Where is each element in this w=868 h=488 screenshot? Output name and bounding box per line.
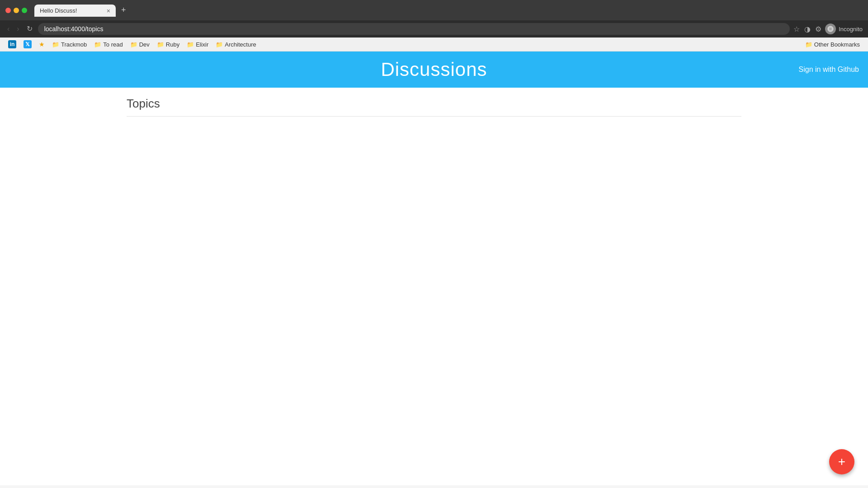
bookmark-dev[interactable]: 📁 Dev [127,40,152,49]
browser-chrome: Hello Discuss! × + ‹ › ↻ ☆ ◑ ⚙ Incognito [0,0,868,52]
maximize-window-button[interactable] [22,8,27,13]
bookmark-elixir[interactable]: 📁 Elixir [184,40,211,49]
star-bookmark-icon: ★ [39,41,45,48]
contrast-icon[interactable]: ◑ [804,25,811,33]
incognito-area[interactable]: Incognito [825,23,863,34]
folder-icon: 📁 [216,41,223,48]
folder-icon: 📁 [187,41,194,48]
bookmark-elixir-label: Elixir [196,41,208,48]
main-content: Topics + [0,88,868,485]
bookmark-architecture-label: Architecture [225,41,256,48]
tab-bar: Hello Discuss! × + [31,4,863,17]
active-tab[interactable]: Hello Discuss! × [34,5,116,17]
folder-icon: 📁 [157,41,164,48]
bookmark-ruby-label: Ruby [166,41,179,48]
title-bar: Hello Discuss! × + [0,0,868,20]
bookmarks-bar: in 𝕏 ★ 📁 Trackmob 📁 To read 📁 Dev 📁 Ruby… [0,38,868,52]
app-title: Discussions [381,59,487,80]
address-bar-row: ‹ › ↻ ☆ ◑ ⚙ Incognito [0,20,868,38]
bookmark-other[interactable]: 📁 Other Bookmarks [802,40,863,49]
bookmark-to-read[interactable]: 📁 To read [91,40,125,49]
twitter-icon: 𝕏 [24,40,32,48]
bookmark-trackmob-label: Trackmob [61,41,87,48]
tab-close-button[interactable]: × [107,8,110,14]
bookmark-architecture[interactable]: 📁 Architecture [213,40,259,49]
bookmark-trackmob[interactable]: 📁 Trackmob [49,40,90,49]
address-bar-icons: ☆ ◑ ⚙ [793,25,821,33]
incognito-label: Incognito [839,26,863,33]
folder-icon: 📁 [130,41,137,48]
bookmark-linkedin[interactable]: in [5,39,19,49]
app-header: Discussions Sign in with Github [0,52,868,88]
topics-section: Topics [118,97,750,117]
folder-icon: 📁 [52,41,59,48]
tab-title: Hello Discuss! [40,7,103,14]
back-button[interactable]: ‹ [5,23,11,34]
settings-icon[interactable]: ⚙ [815,25,821,33]
bookmark-twitter[interactable]: 𝕏 [21,39,34,49]
new-tab-button[interactable]: + [118,4,130,17]
close-window-button[interactable] [5,8,11,13]
bookmark-star-icon[interactable]: ☆ [793,25,800,33]
folder-icon: 📁 [94,41,101,48]
signin-button[interactable]: Sign in with Github [799,66,859,74]
forward-button[interactable]: › [15,23,21,34]
bookmark-ruby[interactable]: 📁 Ruby [154,40,182,49]
topics-heading: Topics [127,97,741,117]
incognito-avatar [825,23,836,34]
bookmark-other-label: Other Bookmarks [814,41,860,48]
window-controls [5,8,27,13]
bookmark-to-read-label: To read [103,41,123,48]
bookmark-dev-label: Dev [139,41,150,48]
address-input[interactable] [38,23,790,35]
reload-button[interactable]: ↻ [25,23,34,34]
minimize-window-button[interactable] [14,8,19,13]
linkedin-icon: in [8,40,16,48]
create-topic-fab-button[interactable]: + [829,449,854,474]
bookmark-star[interactable]: ★ [36,40,47,49]
other-bookmarks-folder-icon: 📁 [805,41,812,48]
